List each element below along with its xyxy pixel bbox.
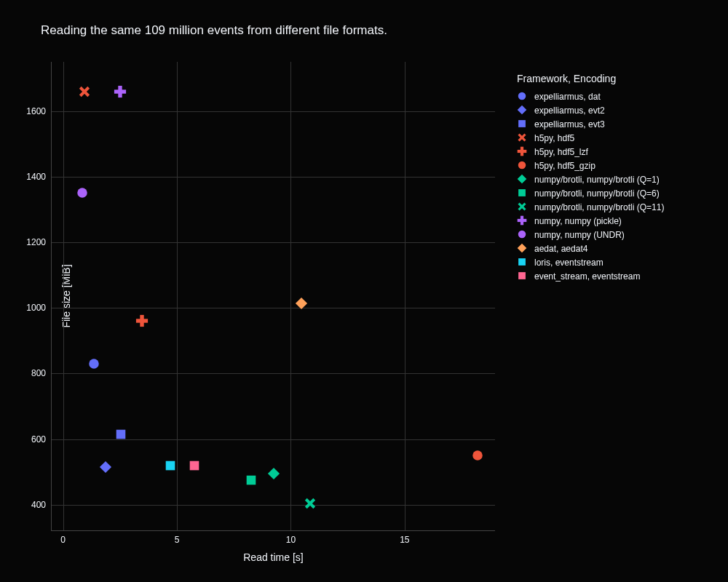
y-tick-label: 1200 (26, 237, 46, 247)
y-axis-label: File size [MiB] (60, 264, 72, 327)
data-point[interactable] (78, 85, 91, 98)
legend-label: expelliarmus, dat (534, 90, 601, 104)
legend-item[interactable]: expelliarmus, evt3 (517, 118, 664, 132)
svg-marker-19 (518, 105, 527, 115)
square-icon (517, 257, 529, 268)
legend-title: Framework, Encoding (517, 71, 664, 87)
data-point[interactable] (76, 186, 89, 199)
data-point[interactable] (135, 314, 149, 327)
legend-item[interactable]: aedat, aedat4 (517, 242, 664, 256)
chart-title: Reading the same 109 million events from… (41, 23, 387, 38)
gridline-vertical (290, 62, 291, 530)
gridline-horizontal (52, 505, 495, 506)
data-point[interactable] (188, 459, 201, 472)
plot-area: File size [MiB] Read time [s] 0510154006… (51, 62, 495, 531)
data-point[interactable] (295, 297, 308, 310)
legend-item[interactable]: h5py, hdf5 (517, 132, 664, 146)
square-icon (517, 119, 529, 130)
y-tick-label: 1600 (26, 106, 46, 116)
data-point[interactable] (114, 85, 127, 98)
svg-rect-27 (518, 189, 526, 196)
legend-label: aedat, aedat4 (534, 242, 587, 256)
gridline-vertical (405, 62, 405, 530)
x-icon (517, 132, 529, 144)
y-tick-label: 1400 (26, 172, 46, 182)
legend-label: h5py, hdf5 (534, 132, 574, 146)
legend-label: numpy/brotli, numpy/brotli (Q=1) (534, 173, 660, 187)
data-point[interactable] (114, 428, 127, 441)
plus-icon (517, 215, 529, 227)
legend-label: numpy/brotli, numpy/brotli (Q=6) (534, 187, 660, 201)
data-point[interactable] (164, 459, 177, 472)
plus-icon (517, 146, 529, 158)
x-tick-label: 0 (60, 535, 66, 545)
svg-point-25 (518, 162, 526, 170)
legend-item[interactable]: event_stream, eventstream (517, 270, 664, 284)
legend-item[interactable]: numpy/brotli, numpy/brotli (Q=1) (517, 173, 664, 187)
y-tick-label: 800 (31, 368, 46, 378)
svg-rect-34 (518, 258, 526, 266)
legend-item[interactable]: expelliarmus, evt2 (517, 104, 664, 118)
x-tick-label: 10 (286, 535, 296, 545)
svg-marker-1 (99, 461, 111, 473)
gridline-vertical (177, 62, 178, 530)
svg-rect-31 (521, 216, 523, 226)
diamond-icon (517, 243, 529, 255)
legend-label: expelliarmus, evt2 (534, 104, 605, 118)
x-axis-label: Read time [s] (243, 551, 303, 563)
legend-label: loris, eventstream (534, 256, 604, 270)
svg-rect-9 (246, 476, 256, 485)
y-tick-label: 400 (31, 500, 46, 510)
svg-rect-13 (118, 85, 122, 97)
svg-rect-16 (165, 461, 175, 470)
legend-item[interactable]: h5py, hdf5_lzf (517, 146, 664, 159)
gridline-horizontal (52, 177, 495, 178)
square-icon (517, 271, 529, 282)
legend-label: numpy/brotli, numpy/brotli (Q=11) (534, 201, 664, 215)
legend-item[interactable]: expelliarmus, dat (517, 90, 664, 104)
svg-marker-26 (518, 175, 527, 184)
gridline-horizontal (52, 111, 495, 112)
data-point[interactable] (99, 461, 112, 474)
circle-icon (517, 229, 529, 241)
legend-item[interactable]: loris, eventstream (517, 256, 664, 270)
svg-point-0 (89, 359, 99, 369)
circle-icon (517, 160, 529, 172)
legend-label: h5py, hdf5_gzip (534, 159, 596, 173)
legend-item[interactable]: numpy/brotli, numpy/brotli (Q=6) (517, 187, 664, 201)
svg-point-32 (518, 231, 526, 239)
legend-item[interactable]: h5py, hdf5_gzip (517, 159, 664, 173)
x-icon (517, 202, 529, 213)
legend-label: numpy, numpy (pickle) (534, 215, 622, 228)
legend-label: expelliarmus, evt3 (534, 118, 605, 132)
gridline-horizontal (52, 242, 495, 243)
gridline-horizontal (52, 373, 495, 374)
svg-rect-2 (116, 430, 126, 439)
gridline-vertical (63, 62, 64, 530)
legend-item[interactable]: numpy, numpy (pickle) (517, 215, 664, 228)
data-point[interactable] (471, 449, 484, 462)
svg-rect-20 (518, 120, 526, 127)
legend-label: h5py, hdf5_lzf (534, 146, 588, 159)
svg-rect-17 (189, 461, 199, 470)
y-tick-label: 600 (31, 434, 46, 445)
legend-item[interactable]: numpy, numpy (UNDR) (517, 228, 664, 242)
svg-point-14 (77, 188, 87, 199)
gridline-horizontal (52, 308, 495, 308)
x-tick-label: 15 (400, 535, 409, 545)
legend: Framework, Encoding expelliarmus, datexp… (517, 71, 664, 284)
diamond-icon (517, 174, 529, 186)
legend-label: event_stream, eventstream (534, 270, 640, 284)
data-point[interactable] (267, 467, 280, 480)
svg-point-18 (518, 92, 526, 100)
svg-rect-35 (518, 272, 526, 279)
data-point[interactable] (87, 357, 100, 370)
legend-item[interactable]: numpy/brotli, numpy/brotli (Q=11) (517, 201, 664, 215)
svg-rect-24 (521, 147, 523, 156)
square-icon (517, 188, 529, 199)
data-point[interactable] (245, 474, 258, 487)
diamond-icon (517, 105, 529, 116)
svg-rect-6 (140, 315, 143, 327)
data-point[interactable] (304, 497, 317, 510)
svg-marker-8 (268, 468, 280, 479)
